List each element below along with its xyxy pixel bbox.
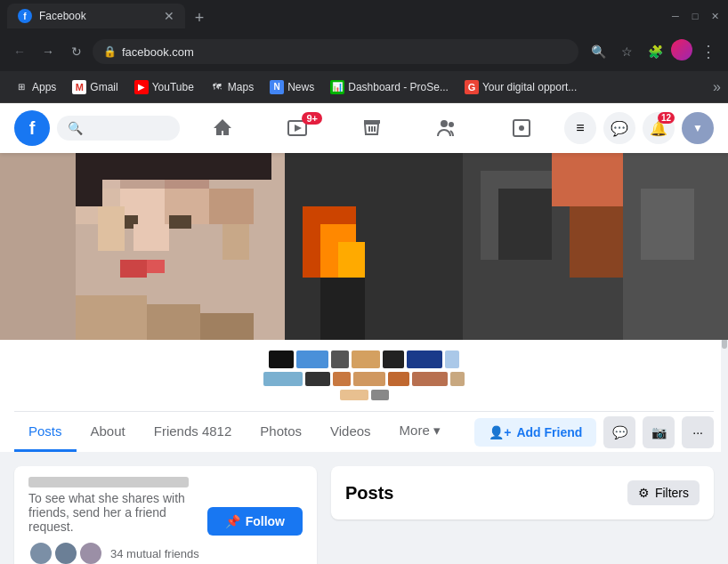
account-button[interactable]: ▼ xyxy=(682,112,714,144)
mutual-friends-avatars: 34 mutual friends xyxy=(28,541,207,564)
watch-notification-badge: 9+ xyxy=(302,112,322,125)
svg-rect-28 xyxy=(498,189,552,260)
profile-avatars-row xyxy=(14,340,714,411)
new-tab-button[interactable]: + xyxy=(189,7,210,28)
color-block xyxy=(340,390,368,400)
camera-button[interactable]: 📷 xyxy=(643,416,675,448)
tab-close-button[interactable]: ✕ xyxy=(164,9,174,23)
maximize-button[interactable]: □ xyxy=(689,10,701,22)
youtube-icon: ▶ xyxy=(134,80,149,94)
bookmark-maps[interactable]: 🗺 Maps xyxy=(203,77,261,98)
search-icon: 🔍 xyxy=(68,121,83,135)
nav-reels-button[interactable] xyxy=(486,109,557,148)
filters-button[interactable]: ⚙ Filters xyxy=(627,480,700,505)
svg-rect-16 xyxy=(147,260,165,273)
bookmark-digital[interactable]: G Your digital opport... xyxy=(457,77,584,98)
posts-title: Posts xyxy=(345,483,393,504)
follow-button[interactable]: 📌 Follow xyxy=(207,507,303,536)
tab-more[interactable]: More ▾ xyxy=(385,412,455,452)
bookmarks-more-button[interactable]: » xyxy=(713,79,721,95)
gmail-icon: M xyxy=(72,80,86,94)
back-button[interactable]: ← xyxy=(7,39,32,64)
facebook-search-bar[interactable]: 🔍 xyxy=(57,116,180,141)
tab-about[interactable]: About xyxy=(77,413,140,452)
facebook-nav-center: 9+ xyxy=(187,109,557,148)
svg-point-3 xyxy=(449,122,454,127)
search-button[interactable]: 🔍 xyxy=(586,39,611,64)
forward-button[interactable]: → xyxy=(36,39,61,64)
tab-favicon: f xyxy=(18,9,32,23)
svg-rect-19 xyxy=(76,153,271,180)
bookmark-news[interactable]: N News xyxy=(263,77,321,98)
bookmark-youtube[interactable]: ▶ YouTube xyxy=(127,77,201,98)
url-text: facebook.com xyxy=(122,45,568,59)
svg-rect-24 xyxy=(338,242,365,278)
filters-icon: ⚙ xyxy=(638,486,650,500)
add-friend-button[interactable]: 👤+ Add Friend xyxy=(474,418,596,447)
bookmark-dashboard[interactable]: 📊 Dashboard - ProSe... xyxy=(323,77,456,98)
svg-rect-38 xyxy=(200,313,254,340)
tab-videos[interactable]: Videos xyxy=(316,413,385,452)
tab-photos[interactable]: Photos xyxy=(246,413,316,452)
friend-banner-text: To see what she shares with friends, sen… xyxy=(28,491,207,534)
add-friend-icon: 👤+ xyxy=(489,425,511,439)
tab-posts[interactable]: Posts xyxy=(14,413,77,452)
message-button[interactable]: 💬 xyxy=(603,416,635,448)
active-tab[interactable]: f Facebook ✕ xyxy=(7,4,185,28)
profile-tabs: Posts About Friends 4812 Photos Videos xyxy=(14,411,714,452)
digital-icon: G xyxy=(465,80,479,94)
messenger-button[interactable]: 💬 xyxy=(603,112,635,144)
window-controls: ─ □ ✕ xyxy=(669,10,721,22)
nav-marketplace-button[interactable] xyxy=(336,109,408,148)
svg-rect-35 xyxy=(222,224,249,260)
facebook-app: f 🔍 9+ xyxy=(0,103,728,564)
nav-groups-button[interactable] xyxy=(411,109,482,148)
color-block xyxy=(371,390,389,400)
profile-circle[interactable] xyxy=(671,39,692,60)
browser-more-button[interactable]: ⋮ xyxy=(696,39,721,64)
color-block xyxy=(331,350,349,368)
menu-button[interactable]: ≡ xyxy=(564,112,596,144)
bookmark-apps[interactable]: ⊞ Apps xyxy=(7,77,63,98)
tab-title: Facebook xyxy=(39,10,157,22)
mutual-avatar-2 xyxy=(53,541,78,564)
apps-icon: ⊞ xyxy=(14,80,28,94)
mutual-avatar-3 xyxy=(78,541,103,564)
notification-count-badge: 12 xyxy=(658,112,675,124)
profile-more-button[interactable]: ··· xyxy=(682,416,714,448)
friend-name-blurred xyxy=(28,477,189,487)
bookmark-gmail[interactable]: M Gmail xyxy=(65,77,125,98)
svg-rect-37 xyxy=(147,304,200,340)
svg-rect-32 xyxy=(641,189,694,260)
extensions-button[interactable]: 🧩 xyxy=(643,39,667,64)
left-column: To see what she shares with friends, sen… xyxy=(14,466,317,564)
close-button[interactable]: ✕ xyxy=(708,10,721,22)
reload-button[interactable]: ↻ xyxy=(64,39,89,64)
bookmark-star-button[interactable]: ☆ xyxy=(614,39,639,64)
svg-rect-30 xyxy=(570,206,623,278)
svg-rect-20 xyxy=(76,180,102,206)
friend-request-banner: To see what she shares with friends, sen… xyxy=(14,466,317,564)
title-bar: f Facebook ✕ + ─ □ ✕ xyxy=(0,0,728,32)
address-actions: 🔍 ☆ 🧩 ⋮ xyxy=(586,39,721,64)
nav-watch-button[interactable]: 9+ xyxy=(262,109,333,148)
follow-icon: 📌 xyxy=(225,514,240,528)
mutual-avatar-1 xyxy=(28,541,53,564)
svg-rect-36 xyxy=(76,295,147,340)
bookmark-gmail-label: Gmail xyxy=(90,81,117,93)
notifications-button[interactable]: 🔔 12 xyxy=(643,112,675,144)
svg-rect-14 xyxy=(209,189,254,224)
facebook-nav-right: ≡ 💬 🔔 12 ▼ xyxy=(564,112,714,144)
profile-main: To see what she shares with friends, sen… xyxy=(0,452,728,564)
bookmark-news-label: News xyxy=(287,81,314,93)
profile-info-bar: Posts About Friends 4812 Photos Videos xyxy=(0,340,728,452)
svg-point-2 xyxy=(441,120,448,127)
tab-friends[interactable]: Friends 4812 xyxy=(140,413,247,452)
minimize-button[interactable]: ─ xyxy=(669,10,682,22)
browser-frame: f Facebook ✕ + ─ □ ✕ ← → ↻ 🔒 facebook.co… xyxy=(0,0,728,564)
facebook-logo[interactable]: f xyxy=(14,110,50,146)
profile-actions: 👤+ Add Friend 💬 📷 ··· xyxy=(474,416,714,448)
address-bar[interactable]: 🔒 facebook.com xyxy=(93,39,578,64)
bookmark-dashboard-label: Dashboard - ProSe... xyxy=(348,81,449,93)
nav-home-button[interactable] xyxy=(187,109,258,148)
